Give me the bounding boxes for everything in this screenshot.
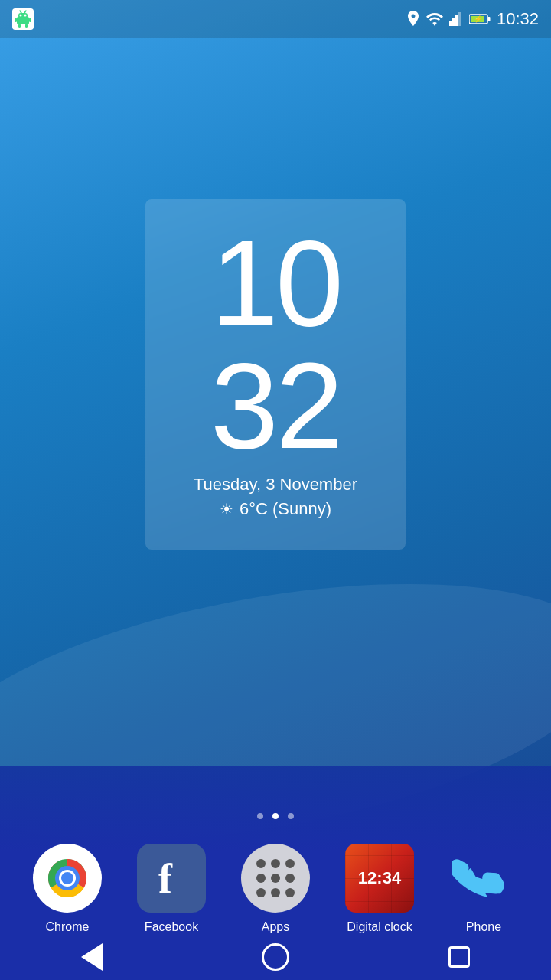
svg-point-4 <box>24 15 27 17</box>
clock-minute: 32 <box>176 345 375 467</box>
phone-svg-icon <box>452 846 517 911</box>
svg-text:⚡: ⚡ <box>473 15 482 24</box>
app-phone[interactable]: Phone <box>449 844 518 934</box>
svg-rect-12 <box>452 18 455 26</box>
svg-rect-11 <box>449 21 452 26</box>
clock-weather: ☀ 6°C (Sunny) <box>176 499 375 519</box>
app-facebook[interactable]: f Facebook <box>137 844 206 934</box>
status-right: ⚡ 10:32 <box>406 9 539 29</box>
svg-rect-18 <box>487 17 490 21</box>
svg-rect-13 <box>455 15 458 26</box>
nav-home-button[interactable] <box>253 942 298 972</box>
nav-home-icon <box>262 943 289 971</box>
clock-date: Tuesday, 3 November <box>176 475 375 495</box>
page-dot-3[interactable] <box>288 813 294 819</box>
clock-widget: 10 32 Tuesday, 3 November ☀ 6°C (Sunny) <box>145 199 406 550</box>
apps-dot-3 <box>285 859 295 868</box>
signal-icon <box>449 12 463 26</box>
apps-dot-7 <box>256 888 266 897</box>
page-dot-1[interactable] <box>257 813 263 819</box>
svg-rect-14 <box>458 12 461 26</box>
app-digital-clock[interactable]: 12:34 Digital clock <box>345 844 414 934</box>
svg-rect-8 <box>29 18 31 22</box>
svg-rect-7 <box>15 18 17 22</box>
status-time: 10:32 <box>497 9 539 29</box>
apps-dot-6 <box>285 874 295 883</box>
apps-grid <box>249 851 302 905</box>
status-left <box>12 8 34 30</box>
apps-dot-4 <box>256 874 266 883</box>
phone-icon <box>449 844 518 913</box>
apps-label: Apps <box>262 920 289 934</box>
apps-dot-9 <box>285 888 295 897</box>
location-icon <box>406 11 420 28</box>
apps-dot-2 <box>271 859 280 868</box>
nav-back-button[interactable] <box>69 942 115 972</box>
apps-dot-5 <box>271 874 280 883</box>
apps-dot-1 <box>256 859 266 868</box>
nav-back-icon <box>81 943 103 971</box>
app-chrome[interactable]: Chrome <box>33 844 102 934</box>
sun-icon: ☀ <box>220 500 233 518</box>
digital-clock-time: 12:34 <box>358 868 401 888</box>
clock-weather-text: 6°C (Sunny) <box>240 499 331 519</box>
chrome-svg-icon <box>33 844 102 913</box>
app-apps[interactable]: Apps <box>241 844 310 934</box>
nav-recents-button[interactable] <box>436 942 482 972</box>
svg-rect-9 <box>18 24 21 28</box>
phone-label: Phone <box>466 920 501 934</box>
facebook-icon: f <box>137 844 206 913</box>
svg-point-25 <box>61 872 73 884</box>
wifi-icon <box>426 12 443 26</box>
clock-hour: 10 <box>176 222 375 345</box>
page-indicators <box>257 813 294 819</box>
nav-recents-icon <box>448 946 470 968</box>
facebook-svg-icon: f <box>151 858 193 900</box>
digital-clock-label: Digital clock <box>347 920 412 934</box>
app-dock: Chrome f Facebook Apps <box>0 844 551 934</box>
battery-icon: ⚡ <box>469 13 491 25</box>
nav-bar <box>0 934 551 980</box>
svg-text:f: f <box>158 858 173 900</box>
apps-dot-8 <box>271 888 280 897</box>
facebook-label: Facebook <box>145 920 198 934</box>
chrome-icon <box>33 844 102 913</box>
svg-rect-10 <box>25 24 28 28</box>
apps-icon <box>241 844 310 913</box>
digital-clock-icon: 12:34 <box>345 844 414 913</box>
svg-point-3 <box>20 15 22 17</box>
status-bar: ⚡ 10:32 <box>0 0 551 38</box>
page-dot-2[interactable] <box>272 813 279 819</box>
android-notification-icon <box>12 8 34 30</box>
chrome-label: Chrome <box>46 920 90 934</box>
